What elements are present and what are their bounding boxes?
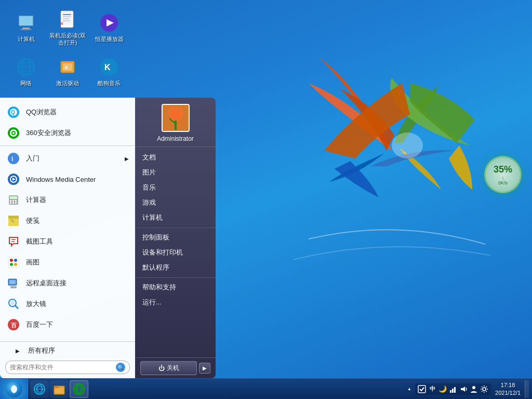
taskbar: ▲ 中 🌙 bbox=[0, 378, 532, 399]
svg-rect-5 bbox=[20, 29, 32, 30]
clock[interactable]: 17:18 2021/12/1 bbox=[492, 381, 524, 396]
svg-text:Q: Q bbox=[11, 110, 15, 115]
shutdown-icon: ⏻ bbox=[158, 365, 165, 372]
menu-item-360-browser[interactable]: 360安全浏览器 bbox=[0, 123, 135, 143]
desktop-icons-area: 计算机 W 装机后必读(双击打开) bbox=[5, 5, 130, 94]
360-browser-icon bbox=[6, 126, 21, 140]
right-menu-pictures[interactable]: 图片 bbox=[135, 165, 216, 180]
right-menu-default-programs[interactable]: 默认程序 bbox=[135, 260, 216, 275]
tray-expand-icon[interactable]: ▲ bbox=[405, 384, 414, 394]
driver-icon: K bbox=[57, 56, 78, 78]
menu-item-snip[interactable]: 截图工具 bbox=[0, 231, 135, 252]
right-menu-control-panel[interactable]: 控制面板 bbox=[135, 230, 216, 245]
menu-item-paint[interactable]: 画图 bbox=[0, 252, 135, 273]
taskbar-explorer-icon[interactable] bbox=[50, 380, 69, 398]
speed-widget: 35% ↓ 0K/s bbox=[484, 156, 522, 193]
desktop-icon-computer[interactable]: 计算机 bbox=[5, 5, 47, 49]
shutdown-label: 关机 bbox=[167, 364, 179, 373]
menu-item-qq-browser[interactable]: Q QQ浏览器 bbox=[0, 102, 135, 123]
svg-rect-4 bbox=[22, 28, 30, 29]
tray-settings-icon[interactable] bbox=[480, 384, 489, 394]
menu-item-wmc[interactable]: Windows Media Center bbox=[0, 169, 135, 190]
devices-label: 设备和打印机 bbox=[142, 248, 183, 257]
svg-rect-51 bbox=[8, 257, 19, 268]
svg-marker-82 bbox=[461, 387, 465, 392]
taskbar-ie2-icon[interactable] bbox=[70, 380, 88, 398]
calculator-label: 计算器 bbox=[26, 195, 129, 205]
right-menu-devices[interactable]: 设备和打印机 bbox=[135, 245, 216, 260]
desktop-icon-setup[interactable]: W 装机后必读(双击打开) bbox=[47, 5, 88, 49]
right-separator-1 bbox=[135, 228, 216, 228]
tray-user-icon[interactable] bbox=[469, 384, 478, 394]
right-menu-games[interactable]: 游戏 bbox=[135, 195, 216, 210]
svg-point-84 bbox=[483, 388, 486, 391]
network-icon-label: 网络 bbox=[20, 80, 32, 87]
user-avatar bbox=[162, 104, 190, 132]
menu-item-intro[interactable]: i 入门 ▶ bbox=[0, 148, 135, 169]
svg-rect-78 bbox=[418, 385, 425, 393]
intro-label: 入门 bbox=[26, 154, 119, 163]
tray-language-icon[interactable]: 中 bbox=[428, 384, 437, 394]
snip-icon bbox=[6, 234, 21, 249]
right-menu-documents[interactable]: 文档 bbox=[135, 150, 216, 165]
menu-item-calculator[interactable]: 计算器 bbox=[0, 190, 135, 210]
desktop-icon-row-2: 网络 K 激活驱动 K bbox=[5, 49, 130, 94]
desktop-icon-network[interactable]: 网络 bbox=[5, 49, 47, 94]
baidu-icon: 百 bbox=[6, 317, 21, 332]
taskbar-ie-icon[interactable] bbox=[30, 380, 49, 398]
svg-rect-72 bbox=[54, 386, 59, 388]
start-button[interactable] bbox=[0, 379, 28, 400]
svg-point-55 bbox=[14, 263, 17, 266]
svg-point-52 bbox=[10, 259, 13, 262]
svg-point-62 bbox=[10, 301, 15, 305]
qq-browser-icon: Q bbox=[6, 105, 21, 119]
default-programs-label: 默认程序 bbox=[142, 263, 169, 272]
wmc-icon bbox=[6, 172, 21, 187]
desktop-icon-qqmusic[interactable]: K 酷狗音乐 bbox=[88, 49, 130, 94]
search-button[interactable]: 🔍 bbox=[116, 363, 125, 372]
right-menu-computer[interactable]: 计算机 bbox=[135, 210, 216, 225]
menu-item-baidu[interactable]: 百 百度一下 bbox=[0, 314, 135, 335]
search-input[interactable] bbox=[10, 364, 116, 371]
rdp-icon bbox=[6, 276, 21, 290]
search-bar[interactable]: 🔍 bbox=[5, 361, 130, 374]
svg-rect-57 bbox=[9, 280, 16, 284]
right-menu-help[interactable]: 帮助和支持 bbox=[135, 280, 216, 295]
start-menu-items: Q QQ浏览器 360安全浏览器 bbox=[0, 98, 135, 339]
menu-item-sticky[interactable]: ✎ 便笺 bbox=[0, 210, 135, 231]
svg-text:i: i bbox=[11, 155, 13, 163]
menu-item-all-programs[interactable]: ▶ 所有程序 bbox=[0, 344, 135, 357]
shutdown-button[interactable]: ⏻ 关机 bbox=[140, 361, 197, 375]
menu-item-rdp[interactable]: 远程桌面连接 bbox=[0, 273, 135, 294]
svg-rect-42 bbox=[15, 200, 17, 202]
start-orb bbox=[6, 381, 22, 397]
tray-area: 中 🌙 bbox=[415, 383, 491, 395]
svg-text:K: K bbox=[104, 63, 111, 72]
shutdown-arrow-icon: ▶ bbox=[203, 365, 207, 371]
tray-volume-icon[interactable] bbox=[459, 384, 468, 394]
paint-icon bbox=[6, 255, 21, 270]
show-desktop-button[interactable] bbox=[525, 380, 529, 398]
shutdown-arrow-button[interactable]: ▶ bbox=[199, 363, 210, 374]
svg-point-54 bbox=[10, 263, 13, 266]
svg-rect-3 bbox=[19, 16, 33, 25]
start-menu-left: Q QQ浏览器 360安全浏览器 bbox=[0, 98, 135, 378]
help-label: 帮助和支持 bbox=[142, 283, 176, 292]
sticky-icon: ✎ bbox=[6, 214, 21, 228]
svg-rect-66 bbox=[175, 121, 177, 130]
tray-moon-icon[interactable]: 🌙 bbox=[438, 384, 447, 394]
clock-time: 17:18 bbox=[495, 381, 521, 389]
right-menu-music[interactable]: 音乐 bbox=[135, 180, 216, 195]
right-menu-run[interactable]: 运行... bbox=[135, 295, 216, 310]
desktop-icon-mediaplayer[interactable]: 恒星播放器 bbox=[88, 5, 130, 49]
svg-rect-45 bbox=[15, 202, 17, 204]
menu-item-magnifier[interactable]: 放大镜 bbox=[0, 294, 135, 314]
desktop-icon-row-1: 计算机 W 装机后必读(双击打开) bbox=[5, 5, 130, 49]
svg-text:K: K bbox=[65, 65, 69, 70]
tray-security-icon[interactable] bbox=[417, 384, 427, 394]
tray-network-icon[interactable] bbox=[448, 384, 458, 394]
setup-guide-icon-label: 装机后必读(双击打开) bbox=[49, 32, 86, 46]
desktop-icon-driver[interactable]: K 激活驱动 bbox=[47, 49, 88, 94]
run-label: 运行... bbox=[142, 298, 161, 307]
snip-label: 截图工具 bbox=[26, 237, 129, 246]
